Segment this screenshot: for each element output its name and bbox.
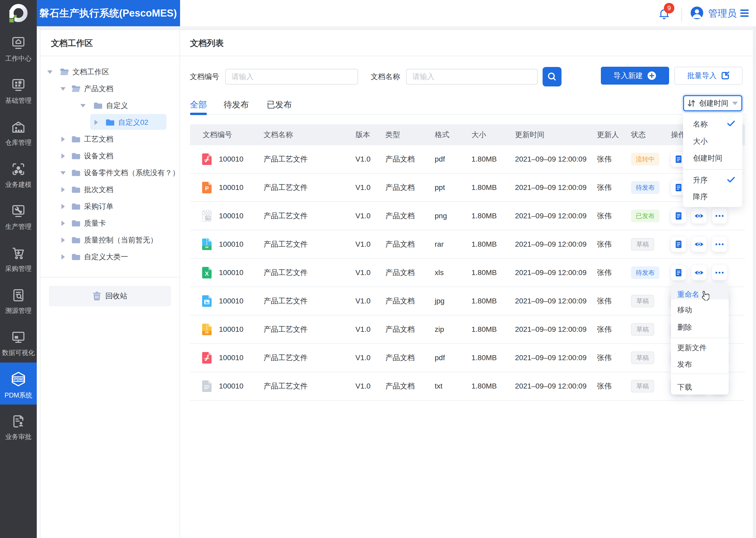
- svg-text:P: P: [205, 185, 209, 192]
- svg-text:zip: zip: [205, 331, 209, 334]
- svg-text:X: X: [205, 270, 209, 277]
- svg-text:rar: rar: [205, 245, 209, 248]
- svg-text:PDM: PDM: [14, 377, 23, 381]
